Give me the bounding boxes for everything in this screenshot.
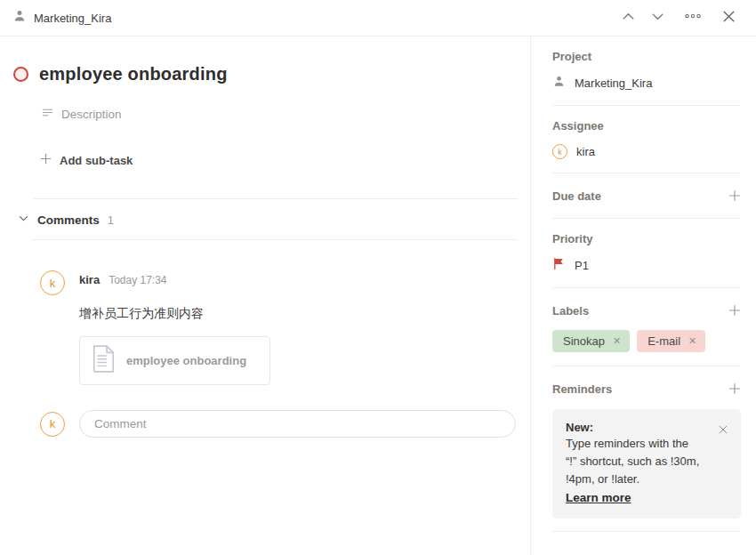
label-chip-text: E-mail: [647, 334, 680, 348]
sidebar-section-reminders: Reminders New: Type reminders with the “…: [552, 366, 741, 532]
comments-count: 1: [108, 213, 114, 227]
more-options-button[interactable]: [680, 4, 706, 31]
comment-text: 增补员工行为准则内容: [79, 306, 516, 322]
assignee-value: kira: [576, 145, 595, 158]
banner-text: Type reminders with the “!” shortcut, su…: [566, 435, 701, 487]
comment-body: kira Today 17:34 增补员工行为准则内容 employee onb…: [79, 270, 516, 385]
comment-attachment-card[interactable]: employee onboarding: [79, 336, 270, 385]
comment-author: kira: [79, 273, 100, 286]
sidebar-section-priority: Priority P1: [552, 219, 741, 288]
label-chip-text: Sinokap: [563, 334, 605, 348]
comments-section-toggle[interactable]: Comments 1: [0, 199, 530, 228]
reminders-label: Reminders: [552, 382, 612, 396]
person-icon: [552, 75, 566, 92]
banner-title: New:: [566, 421, 714, 434]
sidebar-section-assignee: Assignee k kira: [552, 106, 741, 173]
assignee-label: Assignee: [552, 119, 604, 133]
add-label-button[interactable]: [726, 302, 744, 319]
add-reminder-button[interactable]: [726, 380, 744, 398]
remove-label-icon[interactable]: ✕: [688, 336, 696, 346]
label-chip-email[interactable]: E-mail ✕: [637, 330, 705, 352]
sidebar-section-due-date: Due date: [552, 173, 741, 219]
project-selector[interactable]: Marketing_Kira: [552, 75, 741, 92]
previous-task-button[interactable]: [615, 4, 641, 31]
attachment-title: employee onboarding: [126, 354, 246, 367]
learn-more-link[interactable]: Learn more: [566, 491, 631, 504]
comment-meta: kira Today 17:34: [79, 270, 516, 286]
ellipsis-icon: [684, 7, 702, 28]
add-due-date-button[interactable]: [726, 187, 744, 205]
description-icon: [41, 106, 54, 123]
avatar: k: [40, 270, 65, 295]
close-icon: [721, 9, 736, 28]
priority-value: P1: [575, 259, 589, 272]
comment-input-row: k: [40, 410, 516, 438]
chevron-down-icon: [650, 9, 665, 28]
task-main-panel: employee onboarding Description Add sub-…: [0, 36, 531, 555]
divider: [32, 239, 518, 240]
labels-label: Labels: [552, 304, 589, 318]
person-icon: [12, 9, 27, 27]
remove-label-icon[interactable]: ✕: [613, 336, 621, 346]
chevron-down-icon: [18, 212, 29, 228]
label-chips: Sinokap ✕ E-mail ✕: [552, 330, 741, 352]
task-detail-window: Marketing_Kira employee onboarding: [0, 0, 756, 555]
priority-label: Priority: [552, 232, 593, 245]
project-value: Marketing_Kira: [575, 76, 652, 90]
sidebar-section-location: Location: [552, 532, 741, 555]
comment-timestamp: Today 17:34: [109, 274, 166, 286]
task-sidebar: Project Marketing_Kira Assignee k kira: [531, 36, 756, 555]
dismiss-banner-button[interactable]: [714, 421, 732, 438]
comment-item: k kira Today 17:34 增补员工行为准则内容 employee o…: [40, 270, 516, 385]
due-date-label: Due date: [552, 189, 601, 203]
task-complete-checkbox[interactable]: [13, 67, 28, 82]
close-task-button[interactable]: [715, 4, 742, 31]
avatar: k: [40, 412, 65, 437]
sidebar-section-labels: Labels Sinokap ✕ E-mail ✕: [552, 288, 741, 366]
plus-icon: [39, 152, 52, 169]
sidebar-section-project: Project Marketing_Kira: [552, 36, 741, 106]
next-task-button[interactable]: [644, 4, 671, 31]
top-bar: Marketing_Kira: [0, 0, 756, 36]
comments-label: Comments: [37, 213, 100, 227]
chevron-up-icon: [621, 9, 636, 28]
task-title-row: employee onboarding: [0, 36, 530, 84]
task-title[interactable]: employee onboarding: [39, 64, 228, 84]
label-chip-sinokap[interactable]: Sinokap ✕: [552, 330, 630, 352]
add-subtask-button[interactable]: Add sub-task: [39, 152, 516, 169]
breadcrumb-project-name: Marketing_Kira: [34, 12, 111, 25]
comment-input[interactable]: [79, 410, 516, 438]
description-field[interactable]: Description: [41, 106, 516, 123]
flag-icon: [552, 257, 566, 274]
breadcrumb-project[interactable]: Marketing_Kira: [12, 9, 111, 27]
avatar: k: [552, 144, 567, 159]
add-subtask-label: Add sub-task: [60, 154, 133, 167]
project-label: Project: [552, 50, 591, 63]
priority-selector[interactable]: P1: [552, 257, 741, 274]
description-placeholder: Description: [61, 108, 122, 121]
document-icon: [92, 345, 116, 376]
assignee-selector[interactable]: k kira: [552, 144, 741, 159]
reminders-promo-banner: New: Type reminders with the “!” shortcu…: [552, 409, 741, 519]
